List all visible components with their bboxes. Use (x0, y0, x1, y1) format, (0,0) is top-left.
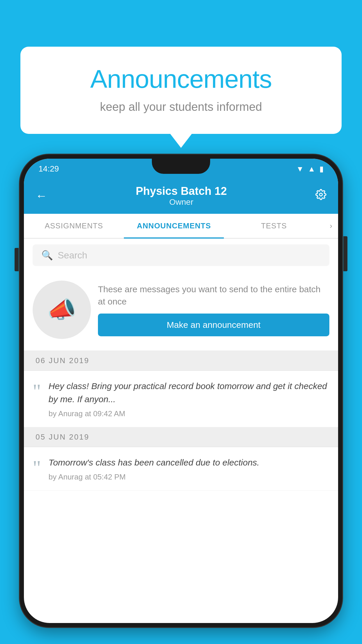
promo-area: 📣 These are messages you want to send to… (24, 272, 338, 351)
phone-wrapper: 14:29 ▼ ▲ ▮ ← Physics Batch 12 Owner (20, 155, 342, 644)
date-separator-2: 05 JUN 2019 (24, 427, 338, 447)
status-icons: ▼ ▲ ▮ (296, 164, 324, 174)
announcement-item-2[interactable]: " Tomorrow's class has been cancelled du… (24, 447, 338, 491)
announcement-icon-circle: 📣 (33, 281, 91, 339)
status-time: 14:29 (38, 164, 59, 174)
date-separator-1: 06 JUN 2019 (24, 351, 338, 371)
svg-point-0 (319, 193, 322, 196)
back-button[interactable]: ← (36, 189, 47, 202)
settings-button[interactable] (315, 189, 326, 203)
search-container: 🔍 Search (24, 239, 338, 272)
header-title: Physics Batch 12 (136, 185, 227, 197)
tab-assignments[interactable]: ASSIGNMENTS (24, 214, 124, 238)
quote-mark-2: " (33, 458, 41, 478)
battery-icon: ▮ (319, 164, 324, 174)
speech-bubble: Announcements keep all your students inf… (20, 47, 342, 134)
status-bar: 14:29 ▼ ▲ ▮ (24, 159, 338, 179)
announcement-text-2: Tomorrow's class has been cancelled due … (49, 456, 329, 469)
announcement-content-2: Tomorrow's class has been cancelled due … (49, 456, 329, 482)
tab-tests[interactable]: TESTS (224, 214, 324, 238)
search-bar[interactable]: 🔍 Search (33, 244, 329, 266)
announcement-meta-2: by Anurag at 05:42 PM (49, 473, 329, 482)
wifi-icon: ▼ (296, 164, 304, 174)
phone-outer: 14:29 ▼ ▲ ▮ ← Physics Batch 12 Owner (20, 155, 342, 627)
bubble-title: Announcements (44, 64, 318, 94)
bubble-subtitle: keep all your students informed (44, 100, 318, 113)
promo-description: These are messages you want to send to t… (98, 283, 329, 308)
announcement-text-1: Hey class! Bring your practical record b… (49, 379, 329, 406)
header-center: Physics Batch 12 Owner (136, 185, 227, 207)
quote-mark-1: " (33, 381, 41, 402)
tab-announcements[interactable]: ANNOUNCEMENTS (124, 214, 224, 238)
app-header: ← Physics Batch 12 Owner (24, 179, 338, 214)
intro-section: Announcements keep all your students inf… (20, 47, 342, 134)
promo-right: These are messages you want to send to t… (98, 283, 329, 336)
announcement-meta-1: by Anurag at 09:42 AM (49, 409, 329, 418)
make-announcement-button[interactable]: Make an announcement (98, 314, 329, 336)
signal-icon: ▲ (308, 164, 315, 174)
phone-screen: 14:29 ▼ ▲ ▮ ← Physics Batch 12 Owner (24, 159, 338, 623)
announcement-content-1: Hey class! Bring your practical record b… (49, 379, 329, 418)
tab-more[interactable]: › (324, 214, 338, 238)
search-icon: 🔍 (41, 250, 53, 261)
megaphone-icon: 📣 (47, 296, 76, 323)
announcement-item-1[interactable]: " Hey class! Bring your practical record… (24, 371, 338, 427)
header-subtitle: Owner (136, 197, 227, 207)
tabs-bar: ASSIGNMENTS ANNOUNCEMENTS TESTS › (24, 214, 338, 239)
search-placeholder: Search (58, 250, 87, 261)
